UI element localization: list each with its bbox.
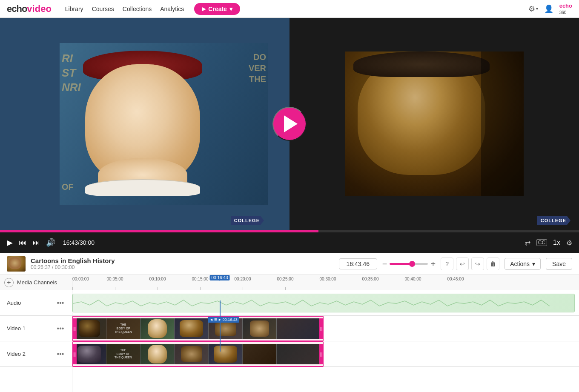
editor-header: Cartoons in English History 00:26:37 / 0…	[0, 253, 579, 275]
redo-button[interactable]: ↪	[471, 258, 484, 270]
trim-handle-right-v2-icon: ||	[320, 352, 323, 357]
nav-collections[interactable]: Collections	[123, 6, 152, 12]
navbar: echovideo Library Courses Collections An…	[0, 0, 579, 18]
video2-thumb-1	[72, 344, 106, 364]
play-button-overlay[interactable]	[272, 107, 307, 141]
user-icon-btn[interactable]: 👤	[544, 4, 553, 14]
actions-caret: ▾	[532, 260, 535, 267]
marker-right-arr: ►	[218, 318, 222, 322]
video2-track-row: THEBODY OFTHE QUEEN	[72, 341, 579, 367]
undo-button[interactable]: ↩	[456, 258, 469, 270]
trim-handle-right-v1[interactable]: ||	[319, 318, 324, 339]
trim-handle-left-v2[interactable]: ||	[72, 344, 77, 364]
nav-analytics[interactable]: Analytics	[160, 6, 184, 12]
media-channels-label: Media Channels	[17, 279, 57, 286]
nav-library[interactable]: Library	[65, 6, 83, 12]
nav-courses[interactable]: Courses	[92, 6, 114, 12]
track-labels: Audio ••• Video 1 ••• Video 2 •••	[0, 290, 72, 392]
video2-thumb-6	[243, 344, 277, 364]
nav-right: ⚙ ▾ 👤 echo360	[528, 3, 572, 15]
video2-thumb-4	[175, 344, 209, 364]
add-icon: +	[7, 279, 11, 286]
layout-icon-btn[interactable]: ⇄	[525, 239, 530, 247]
save-button[interactable]: Save	[546, 258, 572, 270]
video2-thumb-2: THEBODY OFTHE QUEEN	[106, 344, 140, 364]
ruler-time-10: 00:10:00	[149, 277, 166, 281]
video2-thumb-7	[277, 344, 324, 364]
ruler-time-30: 00:30:00	[320, 277, 336, 281]
logo: echovideo	[7, 3, 52, 14]
zoom-in-button[interactable]: +	[430, 260, 436, 268]
trim-handle-left-v1[interactable]: ||	[72, 318, 77, 339]
trim-handle-left-icon: ||	[73, 326, 76, 331]
marker-left-arr: ◄	[209, 318, 213, 322]
time-input[interactable]	[339, 258, 377, 269]
track-label-video1: Video 1 •••	[0, 316, 72, 341]
time-display: 16:43/30:00	[63, 239, 95, 246]
caption-btn[interactable]: CC	[536, 239, 547, 246]
college-badge-right: COLLEGE	[537, 216, 570, 225]
actions-button[interactable]: Actions ▾	[504, 258, 541, 270]
video-info: Cartoons in English History 00:26:37 / 0…	[31, 257, 334, 270]
delete-button[interactable]: 🗑	[487, 258, 499, 270]
zoom-slider[interactable]	[390, 263, 428, 265]
video2-track-menu[interactable]: •••	[56, 349, 65, 359]
ruler-time-5: 00:05:00	[107, 277, 123, 281]
play-control-button[interactable]: ▶	[7, 238, 13, 247]
ruler-time-20: 00:20:00	[235, 277, 251, 281]
thumb-face	[9, 257, 21, 269]
tracks-content: THEBODY OFTHE QUEEN	[72, 290, 579, 392]
controls-right: ⇄ CC 1x ⚙	[525, 239, 572, 247]
video2-thumb-5	[209, 344, 243, 364]
progress-fill	[0, 230, 318, 232]
zoom-controls: − +	[382, 260, 436, 268]
video1-thumb-6	[243, 318, 277, 339]
ruler-time-35: 00:35:00	[362, 277, 379, 281]
volume-button[interactable]: 🔊	[46, 238, 55, 247]
track-label-video2: Video 2 •••	[0, 341, 72, 367]
ruler-time-0: 00:00:00	[72, 277, 89, 281]
fast-forward-button[interactable]: ⏭	[32, 238, 40, 247]
ruler-time-45: 00:45:00	[447, 277, 464, 281]
volume-icon: 🔊	[46, 238, 55, 247]
audio-track-menu[interactable]: •••	[56, 298, 65, 308]
video1-thumb-1	[72, 318, 106, 339]
cursor-time-badge: 00:16:43	[210, 275, 230, 280]
progress-bar[interactable]	[0, 230, 579, 232]
user-icon: 👤	[544, 4, 553, 14]
tracks-label-col: + Media Channels	[0, 278, 72, 287]
timeline-container: + Media Channels 00:00:00 00:05:00 00:10…	[0, 275, 579, 392]
video1-thumb-3	[140, 318, 175, 339]
clip-segment-marker: ◄ ☰ ► 00:16:43	[208, 317, 239, 323]
video1-track-menu[interactable]: •••	[56, 324, 65, 333]
rewind-icon: ⏮	[19, 238, 26, 247]
settings-caret: ▾	[536, 6, 538, 11]
editor-area: Cartoons in English History 00:26:37 / 0…	[0, 253, 579, 392]
settings-icon: ⚙	[528, 4, 535, 14]
marker-menu-icon: ☰	[214, 318, 217, 322]
play-ctrl-icon: ▶	[7, 238, 13, 247]
video-thumbnail	[7, 256, 26, 272]
zoom-out-button[interactable]: −	[382, 260, 387, 268]
audio-track-name: Audio	[7, 300, 52, 306]
marker-time: 00:16:43	[223, 318, 238, 322]
video2-track-name: Video 2	[7, 351, 52, 357]
help-button[interactable]: ?	[441, 258, 453, 270]
settings-control-btn[interactable]: ⚙	[566, 239, 572, 247]
add-channel-button[interactable]: +	[4, 278, 14, 287]
video-area: RISTNRI DOVERTHE OF	[0, 18, 579, 230]
create-button[interactable]: ▶ Create ▾	[194, 3, 240, 15]
settings-icon-btn[interactable]: ⚙ ▾	[528, 4, 538, 14]
nav-links: Library Courses Collections Analytics	[65, 6, 184, 12]
trim-handle-right-v2[interactable]: ||	[319, 344, 324, 364]
video1-track-row: THEBODY OFTHE QUEEN	[72, 316, 579, 341]
trim-handle-right-icon: ||	[320, 326, 323, 331]
controls-bar: ▶ ⏮ ⏭ 🔊 16:43/30:00 ⇄ CC 1x ⚙	[0, 232, 579, 253]
create-label: Create	[208, 6, 227, 12]
logo-echo: echo	[7, 3, 27, 14]
video-meta: 00:26:37 / 00:30:00	[31, 264, 334, 270]
speed-btn[interactable]: 1x	[553, 239, 560, 246]
play-icon	[284, 115, 298, 132]
rewind-button[interactable]: ⏮	[19, 238, 26, 247]
fast-forward-icon: ⏭	[32, 238, 40, 247]
